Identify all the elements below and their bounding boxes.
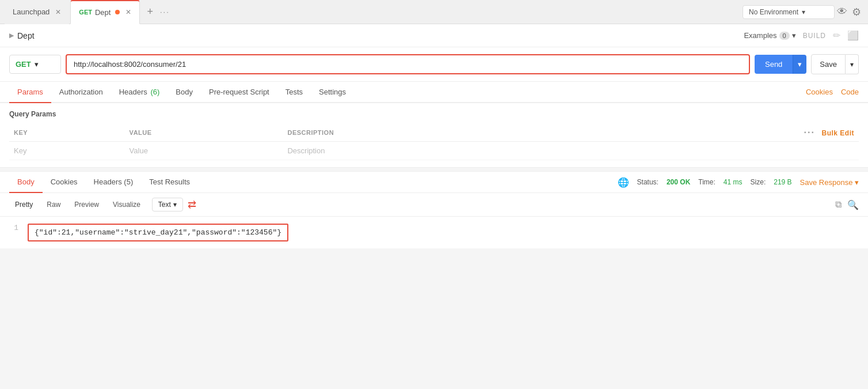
response-tab-cookies-label: Cookies: [51, 177, 78, 186]
save-response-button[interactable]: Save Response ▾: [800, 178, 859, 187]
window-icon[interactable]: ⬜: [847, 30, 859, 41]
tab-settings-label: Settings: [319, 88, 346, 96]
tab-pre-request[interactable]: Pre-request Script: [201, 82, 277, 103]
env-label: No Environment: [749, 8, 798, 16]
params-table: KEY VALUE DESCRIPTION ··· Bulk Edit Key …: [9, 124, 859, 160]
body-toolbar: Pretty Raw Preview Visualize Text ▾ ⇄ ⧉ …: [0, 193, 868, 217]
launchpad-close-icon[interactable]: ✕: [55, 8, 61, 16]
tab-headers[interactable]: Headers (6): [111, 82, 168, 103]
tabs-right-links: Cookies Code: [806, 88, 859, 96]
format-dropdown[interactable]: Text ▾: [152, 198, 183, 212]
format-dropdown-chevron-icon: ▾: [173, 201, 177, 209]
size-label: Size:: [751, 178, 766, 186]
tab-tests-label: Tests: [285, 88, 303, 96]
description-column-header: DESCRIPTION: [283, 124, 561, 142]
code-content-1: {"id":21,"username":"strive_day21","pass…: [28, 224, 288, 241]
request-header: ▶ Dept Examples 0 ▾ BUILD ✏ ⬜: [0, 24, 868, 47]
response-tab-body-label: Body: [17, 177, 35, 186]
tab-bar: Launchpad ✕ GET Dept ✕ + ··· No Environm…: [0, 0, 868, 24]
response-tab-test-results[interactable]: Test Results: [141, 172, 198, 193]
bulk-edit-button[interactable]: Bulk Edit: [821, 129, 854, 137]
copy-icon[interactable]: ⧉: [835, 199, 842, 210]
examples-chevron-icon: ▾: [792, 31, 796, 40]
size-value: 219 B: [774, 178, 791, 186]
cookies-link[interactable]: Cookies: [806, 88, 833, 96]
response-section: Body Cookies Headers (5) Test Results 🌐 …: [0, 172, 868, 248]
word-wrap-icon[interactable]: ⇄: [188, 198, 196, 211]
table-row: Key Value Description: [9, 142, 859, 160]
response-meta: 🌐 Status: 200 OK Time: 41 ms Size: 219 B…: [618, 177, 859, 188]
description-placeholder[interactable]: Description: [283, 142, 561, 160]
query-params-title: Query Params: [9, 110, 859, 118]
body-actions: ⧉ 🔍: [835, 199, 859, 210]
more-tabs-button[interactable]: ···: [160, 7, 170, 16]
tab-pre-request-label: Pre-request Script: [209, 88, 269, 96]
save-button-group: Save ▾: [811, 54, 859, 74]
response-tab-body[interactable]: Body: [9, 172, 43, 193]
method-chevron-icon: ▾: [35, 60, 39, 69]
time-value: 41 ms: [724, 178, 743, 186]
build-label[interactable]: BUILD: [803, 32, 826, 40]
code-area: 1 {"id":21,"username":"strive_day21","pa…: [0, 217, 868, 248]
examples-button[interactable]: Examples 0 ▾: [744, 31, 795, 40]
save-button[interactable]: Save: [811, 54, 846, 74]
key-placeholder[interactable]: Key: [9, 142, 125, 160]
breadcrumb-arrow-icon: ▶: [9, 32, 14, 39]
tab-tests[interactable]: Tests: [277, 82, 311, 103]
status-label: Status:: [637, 178, 658, 186]
url-input[interactable]: http://localhost:8002/consumer/21: [66, 54, 750, 74]
save-dropdown-button[interactable]: ▾: [846, 54, 859, 74]
examples-label: Examples: [744, 31, 776, 40]
code-text-1: {"id":21,"username":"strive_day21","pass…: [35, 228, 281, 237]
send-button-group: Send ▾: [755, 55, 806, 74]
table-header-actions: ··· Bulk Edit: [561, 124, 859, 142]
request-tabs-nav: Params Authorization Headers (6) Body Pr…: [0, 82, 868, 103]
examples-count: 0: [779, 32, 790, 40]
response-tab-cookies[interactable]: Cookies: [43, 172, 86, 193]
format-pretty-label: Pretty: [15, 201, 33, 209]
url-bar: GET ▾ http://localhost:8002/consumer/21 …: [0, 47, 868, 82]
headers-badge: (6): [150, 88, 159, 96]
tab-launchpad[interactable]: Launchpad ✕: [5, 0, 69, 24]
send-button[interactable]: Send: [755, 55, 793, 74]
format-tab-raw[interactable]: Raw: [41, 198, 66, 212]
section-divider: [0, 167, 868, 172]
settings-icon[interactable]: ⚙: [850, 3, 863, 21]
env-selector[interactable]: No Environment ▾: [743, 5, 835, 19]
format-tab-preview[interactable]: Preview: [68, 198, 105, 212]
tab-actions: + ···: [144, 6, 169, 18]
tab-authorization-label: Authorization: [59, 88, 103, 96]
eye-icon[interactable]: 👁: [835, 3, 850, 20]
tab-body[interactable]: Body: [167, 82, 201, 103]
value-column-header: VALUE: [125, 124, 283, 142]
code-line-1: 1 {"id":21,"username":"strive_day21","pa…: [9, 224, 859, 241]
status-value: 200 OK: [667, 178, 690, 186]
more-options-icon[interactable]: ···: [804, 127, 815, 137]
tab-settings[interactable]: Settings: [311, 82, 354, 103]
tab-authorization[interactable]: Authorization: [51, 82, 111, 103]
format-preview-label: Preview: [74, 201, 99, 209]
method-label: GET: [16, 60, 31, 69]
code-link[interactable]: Code: [841, 88, 859, 96]
response-tab-headers[interactable]: Headers (5): [86, 172, 142, 193]
globe-icon: 🌐: [618, 177, 629, 188]
edit-icon[interactable]: ✏: [833, 30, 840, 41]
tab-params[interactable]: Params: [9, 82, 51, 103]
dept-tab-dot: [115, 10, 120, 14]
params-section: Query Params KEY VALUE DESCRIPTION ··· B…: [0, 103, 868, 167]
value-placeholder[interactable]: Value: [125, 142, 283, 160]
page-title: Dept: [17, 31, 35, 40]
dept-close-icon[interactable]: ✕: [125, 8, 131, 16]
dept-tab-label: Dept: [95, 8, 111, 17]
tab-dept[interactable]: GET Dept ✕: [70, 0, 140, 24]
format-dropdown-label: Text: [158, 201, 171, 209]
send-dropdown-button[interactable]: ▾: [793, 55, 806, 74]
method-select[interactable]: GET ▾: [9, 55, 61, 74]
tab-params-label: Params: [17, 88, 43, 96]
format-tab-visualize[interactable]: Visualize: [107, 198, 146, 212]
add-tab-button[interactable]: +: [144, 6, 155, 18]
search-icon[interactable]: 🔍: [847, 199, 859, 210]
save-response-label: Save Response: [800, 178, 853, 187]
response-tab-test-results-label: Test Results: [149, 177, 190, 186]
format-tab-pretty[interactable]: Pretty: [9, 198, 39, 212]
